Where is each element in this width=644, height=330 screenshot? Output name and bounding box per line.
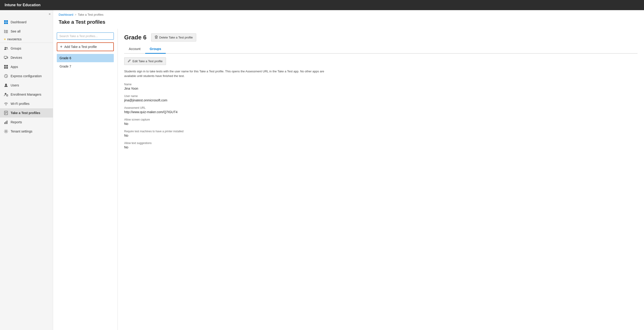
panels: + Add Take a Test profile Grade 6 Grade … (53, 29, 644, 330)
svg-rect-0 (4, 20, 6, 22)
sidebar-label-take-test: Take a Test profiles (10, 111, 40, 115)
field-allow-screen-capture-value: No (124, 122, 638, 126)
sidebar-label-users: Users (10, 83, 19, 87)
field-allow-screen-capture-label: Allow screen capture (124, 118, 638, 121)
enrollment-icon (4, 92, 8, 97)
breadcrumb-dashboard-link[interactable]: Dashboard (59, 13, 74, 16)
add-button-label: Add Take a Test profile (64, 45, 97, 49)
tab-groups[interactable]: Groups (145, 45, 166, 54)
sidebar-item-see-all[interactable]: See all (0, 27, 53, 36)
sidebar-label-tenant-settings: Tenant settings (10, 130, 32, 133)
search-input[interactable] (57, 32, 114, 40)
apps-icon (4, 64, 8, 69)
breadcrumb: Dashboard > Take a Test profiles (53, 10, 644, 18)
profile-list: Grade 6 Grade 7 (57, 54, 114, 70)
profile-item-grade6[interactable]: Grade 6 (57, 54, 114, 62)
field-allow-screen-capture: Allow screen capture No (124, 118, 638, 126)
svg-rect-29 (6, 122, 6, 124)
svg-rect-2 (4, 22, 6, 24)
plus-icon: + (60, 45, 62, 49)
sidebar-label-dashboard: Dashboard (10, 20, 26, 24)
svg-rect-14 (5, 58, 6, 59)
sidebar-collapse-button[interactable]: « (0, 10, 53, 17)
edit-profile-button[interactable]: Edit Take a Test profile (124, 57, 166, 65)
svg-rect-12 (4, 56, 7, 58)
reports-icon (4, 120, 8, 125)
sidebar-item-take-test-profiles[interactable]: Take a Test profiles (0, 108, 53, 118)
breadcrumb-current: Take a Test profiles (78, 13, 104, 16)
divider (0, 43, 53, 43)
add-profile-button[interactable]: + Add Take a Test profile (57, 42, 114, 51)
field-require-printer-value: No (124, 134, 638, 137)
pencil-icon (128, 59, 131, 63)
svg-point-10 (4, 47, 6, 48)
sidebar-item-apps[interactable]: Apps (0, 62, 53, 71)
field-assessment-url-value: http://www.quiz-maker.com/Q7IGUT4 (124, 110, 638, 114)
right-panel-header: Grade 6 Delete Take a Test profile (124, 33, 638, 41)
sidebar-item-tenant-settings[interactable]: Tenant settings (0, 127, 53, 136)
sidebar-item-express-config[interactable]: Express configuration (0, 71, 53, 81)
field-assessment-url: Assessment URL http://www.quiz-maker.com… (124, 106, 638, 114)
svg-point-23 (6, 105, 6, 106)
sidebar-item-users[interactable]: Users (0, 81, 53, 90)
svg-rect-4 (4, 30, 5, 31)
profile-description: Students sign in to take tests with the … (124, 69, 332, 78)
app-title: Intune for Education (4, 3, 41, 7)
field-username-label: User name (124, 95, 638, 98)
sidebar-item-enrollment-managers[interactable]: Enrollment Managers (0, 90, 53, 99)
field-name-value: Jina Yoon (124, 87, 638, 90)
field-name: Name Jina Yoon (124, 83, 638, 90)
svg-rect-17 (4, 67, 6, 69)
sidebar-item-groups[interactable]: Groups (0, 44, 53, 53)
main-layout: « Dashboard (0, 10, 644, 330)
sidebar-item-reports[interactable]: Reports (0, 118, 53, 127)
svg-point-31 (5, 131, 7, 132)
tab-account[interactable]: Account (124, 45, 145, 54)
trash-icon (155, 35, 158, 40)
dashboard-icon (4, 20, 8, 24)
sidebar-item-wifi-profiles[interactable]: Wi-Fi profiles (0, 99, 53, 108)
profile-title: Grade 6 (124, 34, 146, 41)
svg-point-20 (5, 84, 7, 86)
sidebar-label-apps: Apps (10, 65, 18, 69)
test-icon (4, 111, 8, 115)
field-allow-text-suggestions: Allow text suggestions No (124, 142, 638, 149)
topbar: Intune for Education (0, 0, 644, 10)
user-icon (4, 83, 8, 88)
field-allow-text-suggestions-label: Allow text suggestions (124, 142, 638, 145)
sidebar-label-devices: Devices (10, 56, 22, 59)
page-title: Take a Test profiles (53, 18, 644, 29)
content-area: Dashboard > Take a Test profiles Take a … (53, 10, 644, 330)
svg-rect-30 (7, 121, 8, 124)
field-assessment-url-label: Assessment URL (124, 106, 638, 110)
field-username-value: jina@jinatest.onmicrosoft.com (124, 98, 638, 102)
field-name-label: Name (124, 83, 638, 86)
svg-point-21 (5, 93, 6, 95)
sidebar-label-wifi-profiles: Wi-Fi profiles (10, 102, 30, 106)
sidebar-item-dashboard[interactable]: Dashboard (0, 17, 53, 27)
sidebar-label-reports: Reports (10, 120, 22, 124)
sidebar-label-groups: Groups (10, 46, 21, 50)
right-panel: Grade 6 Delete Take a Test profile (118, 29, 644, 330)
list-icon (4, 29, 8, 34)
breadcrumb-separator: > (75, 13, 77, 16)
favorites-section: ★ FAVORITES (0, 36, 53, 42)
field-require-printer-label: Require test machines to have a printer … (124, 130, 638, 133)
svg-rect-9 (5, 32, 8, 33)
svg-rect-3 (6, 22, 8, 24)
edit-button-label: Edit Take a Test profile (132, 59, 162, 63)
svg-rect-28 (4, 122, 5, 124)
delete-profile-button[interactable]: Delete Take a Test profile (151, 33, 196, 41)
star-icon: ★ (4, 38, 6, 41)
wifi-icon (4, 101, 8, 106)
svg-rect-1 (6, 20, 8, 22)
profile-item-grade7[interactable]: Grade 7 (57, 62, 114, 70)
svg-rect-8 (4, 32, 5, 33)
sidebar-label-enrollment-managers: Enrollment Managers (10, 93, 41, 96)
svg-rect-7 (5, 31, 8, 32)
field-allow-text-suggestions-value: No (124, 146, 638, 149)
sidebar-item-devices[interactable]: Devices (0, 53, 53, 62)
delete-button-label: Delete Take a Test profile (159, 36, 193, 39)
field-require-printer: Require test machines to have a printer … (124, 130, 638, 137)
left-panel: + Add Take a Test profile Grade 6 Grade … (53, 29, 118, 330)
